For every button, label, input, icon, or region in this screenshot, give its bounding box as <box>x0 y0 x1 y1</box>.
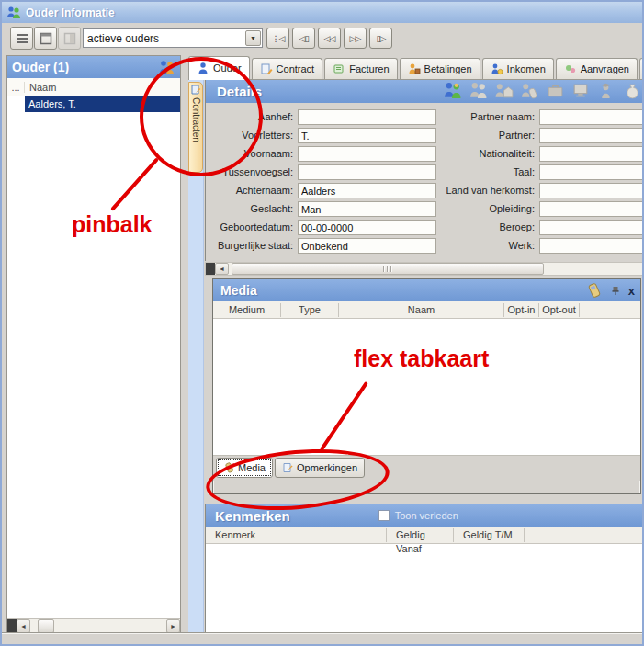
field-label: Nationaliteit: <box>426 146 535 162</box>
media-panel: Media x Medium Type Naam Opt-in Opt-out <box>212 278 641 494</box>
next-record-button[interactable]: ▷▷ <box>344 28 367 49</box>
row-naam-cell: Aalders, T. <box>25 96 180 112</box>
relations-icon[interactable] <box>469 81 488 100</box>
media-title: Media <box>220 283 257 298</box>
phone-icon[interactable] <box>585 282 603 299</box>
finance-icon[interactable] <box>623 81 642 100</box>
next-record-icon: ▷▷ <box>350 34 361 43</box>
scroll-left-icon: ◄ <box>219 266 225 272</box>
list-view-button[interactable] <box>10 27 33 50</box>
first-record-button[interactable]: ◁▯ <box>292 28 315 49</box>
scrollbar-thumb[interactable] <box>38 619 54 633</box>
ouder-list-title: Ouder (1) <box>12 60 69 74</box>
bottom-tab-opmerkingen-label: Opmerkingen <box>297 462 357 473</box>
tab-aanvragen[interactable]: Aanvragen <box>556 58 638 79</box>
scrollbar-track[interactable] <box>54 619 166 633</box>
achternaam-field[interactable] <box>298 183 436 198</box>
scroll-left-button[interactable]: ◄ <box>215 263 229 275</box>
field-label: Werk: <box>426 238 535 254</box>
filter-combobox[interactable]: actieve ouders ▼ <box>83 28 263 48</box>
details-hscrollbar[interactable]: ◄ <box>205 262 644 276</box>
work-icon[interactable] <box>546 81 565 100</box>
close-icon[interactable]: x <box>628 285 635 297</box>
previous-record-icon: ◁◁ <box>324 34 335 43</box>
combobox-dropdown-button[interactable]: ▼ <box>245 30 261 46</box>
partner-field[interactable] <box>539 128 644 143</box>
partner-naam-field[interactable] <box>539 109 644 125</box>
title-bar[interactable]: Ouder Informatie <box>2 2 642 23</box>
geboortedatum-field[interactable] <box>298 220 436 235</box>
tab-contract[interactable]: Contract <box>252 58 323 79</box>
phone-tab-icon <box>223 462 234 473</box>
computer-icon[interactable] <box>571 81 591 100</box>
voorletters-field[interactable] <box>298 128 436 143</box>
scrollbar-thumb[interactable] <box>232 263 544 275</box>
couple-icon[interactable] <box>443 81 462 100</box>
burgerlijke-staat-field[interactable] <box>298 238 436 254</box>
tab-contract-label: Contract <box>277 63 315 74</box>
column-header-naam[interactable]: Naam <box>339 303 504 317</box>
ouder-informatie-window: Ouder Informatie actieve ouders ▼ <box>0 0 644 646</box>
column-header-opt-in[interactable]: Opt-in <box>504 303 539 317</box>
column-header-geldig-vanaf[interactable]: Geldig Vanaf <box>387 528 454 542</box>
beroep-field[interactable] <box>539 220 644 235</box>
last-record-icon: ▯▷ <box>377 34 386 43</box>
werk-field[interactable] <box>539 238 644 254</box>
split-view-button[interactable] <box>58 27 81 50</box>
tab-betalingen[interactable]: Betalingen <box>400 58 480 79</box>
details-title: Details <box>217 84 262 99</box>
scrollbar-track[interactable] <box>544 263 644 275</box>
voornaam-field[interactable] <box>298 146 436 162</box>
phone-contact-icon[interactable] <box>520 81 539 100</box>
scrollbar-corner <box>7 619 17 633</box>
field-label: Opleiding: <box>426 201 535 217</box>
nationaliteit-field[interactable] <box>539 146 644 162</box>
tab-plaatsing[interactable]: Plaatsing <box>639 58 644 79</box>
media-table-body[interactable] <box>213 319 640 455</box>
bottom-tab-opmerkingen[interactable]: Opmerkingen <box>275 458 365 478</box>
field-label: Tussenvoegsel: <box>206 164 293 180</box>
tab-facturen[interactable]: Facturen <box>324 58 397 79</box>
previous-record-button[interactable]: ◁◁ <box>318 28 341 49</box>
scroll-left-button[interactable]: ◄ <box>17 619 30 633</box>
column-header-kenmerk[interactable]: Kenmerk <box>206 528 387 542</box>
toon-verleden-checkbox[interactable] <box>378 510 390 521</box>
pinbalk-tab-contracten[interactable]: Contracten <box>188 82 203 173</box>
column-header-geldig-tm[interactable]: Geldig T/M <box>454 528 525 542</box>
parents-icon <box>158 60 175 75</box>
tussenvoegsel-field[interactable] <box>298 164 436 180</box>
bottom-tab-media[interactable]: Media <box>216 458 273 478</box>
contracts-pin-icon <box>190 85 201 96</box>
column-header-opt-out[interactable]: Opt-out <box>539 303 580 317</box>
ouder-list-row-selected[interactable]: Aalders, T. <box>7 96 180 112</box>
main-tabstrip: Ouder Contract Facturen Betalingen <box>188 55 644 80</box>
last-record-button[interactable]: ▯▷ <box>369 28 392 49</box>
form-view-button[interactable] <box>34 27 57 50</box>
column-header-medium[interactable]: Medium <box>213 303 281 317</box>
geslacht-field[interactable] <box>298 201 436 217</box>
scrollbar-grip <box>383 266 393 272</box>
column-header-naam[interactable]: Naam <box>25 82 56 93</box>
requests-icon <box>564 62 577 75</box>
column-header-dots[interactable]: ... <box>7 82 25 93</box>
land-van-herkomst-field[interactable] <box>539 183 644 198</box>
tab-ouder-label: Ouder <box>213 62 242 74</box>
ouder-list-hscrollbar[interactable]: ◄ ► <box>7 618 180 633</box>
tab-inkomen-label: Inkomen <box>507 63 546 74</box>
scroll-right-icon: ► <box>170 623 176 629</box>
taal-field[interactable] <box>539 164 644 180</box>
household-icon[interactable] <box>494 81 514 100</box>
pin-icon[interactable] <box>610 285 621 296</box>
tab-ouder[interactable]: Ouder <box>188 56 250 80</box>
scroll-right-button[interactable]: ► <box>166 619 180 633</box>
column-header-type[interactable]: Type <box>281 303 339 317</box>
opleiding-field[interactable] <box>539 201 644 217</box>
media-header-icons: x <box>585 282 640 299</box>
education-icon[interactable] <box>597 81 616 100</box>
tab-inkomen[interactable]: Inkomen <box>482 58 554 79</box>
aanhef-field[interactable] <box>298 109 436 125</box>
ouder-list-panel: Ouder (1) ... Naam Aalders, T. ◄ ► <box>6 55 181 634</box>
kenmerken-table-body[interactable] <box>206 544 644 631</box>
goto-list-button[interactable]: ⋮◁ <box>266 28 289 49</box>
row-indicator-cell <box>7 96 25 112</box>
